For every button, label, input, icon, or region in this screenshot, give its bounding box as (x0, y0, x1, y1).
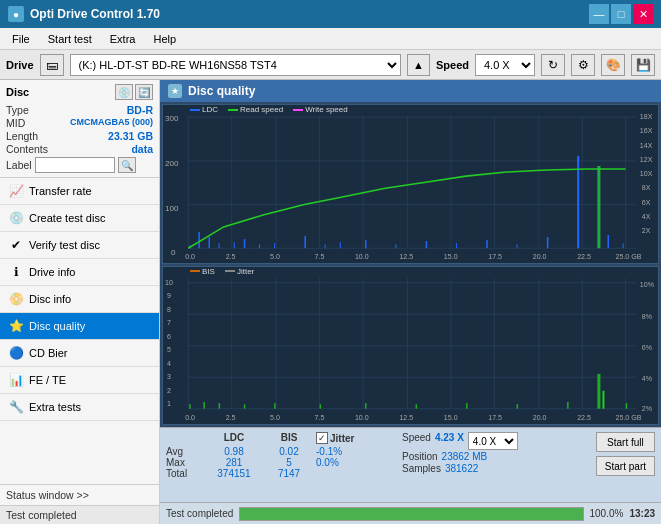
color-icon[interactable]: 🎨 (601, 54, 625, 76)
settings-icon[interactable]: ⚙ (571, 54, 595, 76)
sidebar-item-transfer-rate-label: Transfer rate (29, 185, 92, 197)
chart1-x-label-17.5: 17.5 (488, 253, 502, 261)
sidebar-item-fe-te-label: FE / TE (29, 374, 66, 386)
label-icon[interactable]: 🔍 (118, 157, 136, 173)
sidebar-item-create-test-disc-label: Create test disc (29, 212, 105, 224)
speed-select[interactable]: 4.0 X (475, 54, 535, 76)
sidebar-item-extra-tests-label: Extra tests (29, 401, 81, 413)
svg-rect-43 (320, 404, 322, 409)
chart2-y-right-2pct: 2% (642, 403, 653, 412)
svg-rect-4 (325, 244, 326, 248)
stats-table: LDC BIS ✓ Jitter Avg 0.98 0.02 -0.1% (166, 432, 386, 479)
chart1-y-right-14x: 14X (640, 142, 653, 150)
disc-mid-row: MID CMCMAGBA5 (000) (6, 117, 153, 129)
chart2-y-3: 3 (167, 372, 171, 381)
ldc-column-header: LDC (206, 432, 262, 444)
drive-select[interactable]: (K:) HL-DT-ST BD-RE WH16NS58 TST4 (70, 54, 402, 76)
main-layout: Disc 💿 🔄 Type BD-R MID CMCMAGBA5 (000) L… (0, 80, 661, 524)
jitter-checkbox[interactable]: ✓ (316, 432, 328, 444)
sidebar-item-verify-test-disc[interactable]: ✔ Verify test disc (0, 232, 159, 259)
fe-te-icon: 📊 (8, 372, 24, 388)
speed-info-label: Speed (402, 432, 431, 450)
status-window-link[interactable]: Status window >> (0, 484, 159, 505)
disc-length-value: 23.31 GB (108, 130, 153, 142)
close-button[interactable]: ✕ (633, 4, 653, 24)
svg-text:7.5: 7.5 (315, 412, 325, 421)
write-speed-legend: Write speed (293, 105, 348, 114)
eject-button[interactable]: ▲ (407, 54, 430, 76)
jitter-header: ✓ Jitter (316, 432, 354, 444)
stats-bar: LDC BIS ✓ Jitter Avg 0.98 0.02 -0.1% (160, 427, 661, 502)
read-speed-line (188, 169, 625, 248)
save-icon[interactable]: 💾 (631, 54, 655, 76)
disc-panel-title: Disc (6, 86, 29, 98)
chart2-y-1: 1 (167, 399, 171, 408)
chart1-x-label-15: 15.0 (444, 253, 458, 261)
ldc-legend: LDC (190, 105, 218, 114)
disc-contents-value: data (131, 143, 153, 155)
disc-quality-title: Disc quality (188, 84, 255, 98)
svg-text:17.5: 17.5 (488, 412, 502, 421)
disc-label-row: Label 🔍 (6, 157, 153, 173)
max-jitter: 0.0% (316, 457, 339, 468)
sidebar-item-disc-info[interactable]: 📀 Disc info (0, 286, 159, 313)
disc-label-input[interactable] (35, 157, 115, 173)
sidebar-item-cd-bier[interactable]: 🔵 CD Bier (0, 340, 159, 367)
menu-file[interactable]: File (4, 31, 38, 47)
start-part-button[interactable]: Start part (596, 456, 655, 476)
menu-start-test[interactable]: Start test (40, 31, 100, 47)
chart1-y-label-100: 100 (165, 204, 179, 213)
minimize-button[interactable]: — (589, 4, 609, 24)
position-label: Position (402, 451, 438, 462)
svg-rect-40 (219, 403, 221, 409)
ldc-bar-7 (426, 241, 428, 248)
bottom-time: 13:23 (629, 508, 655, 519)
disc-contents-label: Contents (6, 143, 48, 155)
samples-value: 381622 (445, 463, 478, 474)
chart2-y-right-6pct: 6% (642, 342, 653, 351)
sidebar-item-create-test-disc[interactable]: 💿 Create test disc (0, 205, 159, 232)
content-area: ★ Disc quality LDC Read speed Write spee… (160, 80, 661, 524)
speed-label: Speed (436, 59, 469, 71)
svg-rect-1 (234, 242, 235, 248)
disc-type-row: Type BD-R (6, 104, 153, 116)
app-title: Opti Drive Control 1.70 (30, 7, 160, 21)
max-bis: 5 (266, 457, 312, 468)
test-completed-text: Test completed (6, 509, 77, 521)
chart2-y-5: 5 (167, 345, 171, 354)
menu-help[interactable]: Help (145, 31, 184, 47)
sidebar-item-extra-tests[interactable]: 🔧 Extra tests (0, 394, 159, 421)
disc-type-value: BD-R (127, 104, 153, 116)
read-speed-legend-label: Read speed (240, 105, 283, 114)
samples-row: Samples 381622 (402, 463, 518, 474)
maximize-button[interactable]: □ (611, 4, 631, 24)
stats-total-row: Total 374151 7147 (166, 468, 386, 479)
disc-icon2[interactable]: 🔄 (135, 84, 153, 100)
sidebar-item-drive-info[interactable]: ℹ Drive info (0, 259, 159, 286)
cd-bier-icon: 🔵 (8, 345, 24, 361)
disc-quality-header-icon: ★ (168, 84, 182, 98)
chart1-y-label-0: 0 (171, 248, 176, 257)
refresh-icon[interactable]: ↻ (541, 54, 565, 76)
speed-info-select[interactable]: 4.0 X (468, 432, 518, 450)
sidebar-item-fe-te[interactable]: 📊 FE / TE (0, 367, 159, 394)
chart2-y-9: 9 (167, 291, 171, 300)
stats-max-row: Max 281 5 0.0% (166, 457, 386, 468)
bottom-bar: Test completed 100.0% 13:23 (160, 502, 661, 524)
ldc-bar-8 (486, 240, 488, 248)
sidebar-item-transfer-rate[interactable]: 📈 Transfer rate (0, 178, 159, 205)
drive-icon-btn[interactable]: 🖴 (40, 54, 64, 76)
chart2-y-6: 6 (167, 331, 171, 340)
sidebar-item-disc-quality-label: Disc quality (29, 320, 85, 332)
menu-extra[interactable]: Extra (102, 31, 144, 47)
sidebar-item-disc-quality[interactable]: ⭐ Disc quality (0, 313, 159, 340)
svg-rect-47 (517, 404, 519, 409)
disc-contents-row: Contents data (6, 143, 153, 155)
drive-info-icon: ℹ (8, 264, 24, 280)
chart1-y-right-18x: 18X (640, 113, 653, 121)
start-full-button[interactable]: Start full (596, 432, 655, 452)
ldc-legend-label: LDC (202, 105, 218, 114)
disc-icon1[interactable]: 💿 (115, 84, 133, 100)
bis-column-header: BIS (266, 432, 312, 444)
chart2-y-right-10pct: 10% (640, 279, 654, 288)
